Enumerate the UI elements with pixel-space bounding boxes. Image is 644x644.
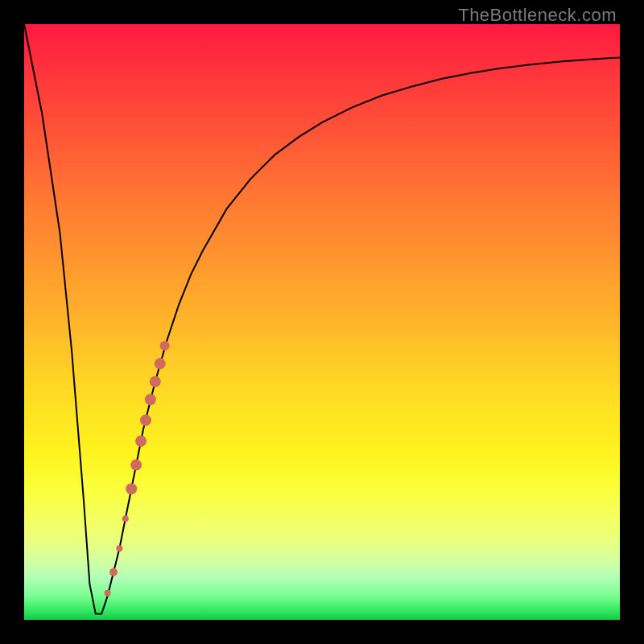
watermark-text: TheBottleneck.com xyxy=(458,5,617,26)
data-marker xyxy=(140,415,151,426)
bottleneck-curve xyxy=(24,24,620,614)
data-marker xyxy=(155,358,166,369)
data-marker xyxy=(126,483,137,494)
chart-frame: TheBottleneck.com xyxy=(0,0,644,644)
data-marker xyxy=(145,394,156,405)
data-marker xyxy=(122,515,129,522)
data-marker xyxy=(130,460,142,471)
data-marker xyxy=(116,545,122,551)
chart-overlay xyxy=(24,24,620,620)
data-marker xyxy=(150,376,161,387)
data-marker xyxy=(109,568,118,576)
data-marker xyxy=(135,436,147,447)
data-markers xyxy=(105,341,170,597)
data-marker xyxy=(105,590,111,597)
data-marker xyxy=(160,341,170,351)
